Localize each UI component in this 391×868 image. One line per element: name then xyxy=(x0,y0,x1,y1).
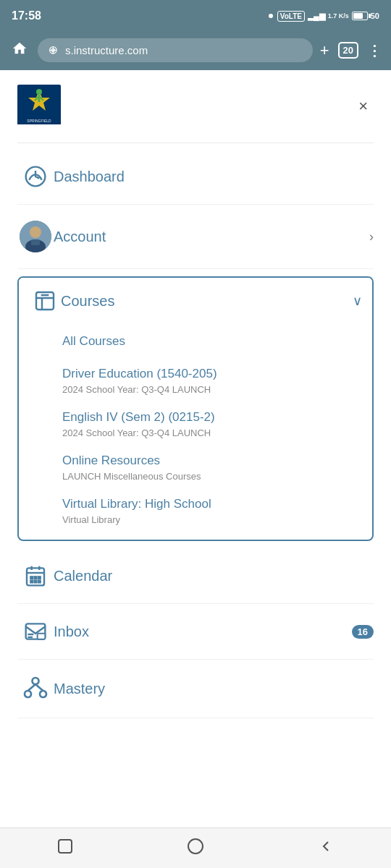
svg-point-34 xyxy=(33,678,39,684)
svg-rect-28 xyxy=(35,581,37,583)
browser-actions: + 20 ⋮ xyxy=(320,41,382,60)
signal-dot xyxy=(269,14,273,18)
course-title: Driver Education (1540-205) xyxy=(62,366,372,382)
status-bar: 17:58 VoLTE ▂▄▆ 1.7 K/s 50 xyxy=(0,0,391,32)
account-label: Account xyxy=(54,229,369,245)
courses-container: Courses ∨ All Courses Driver Education (… xyxy=(17,276,374,541)
course-subtitle: LAUNCH Miscellaneous Courses xyxy=(62,471,372,482)
battery-percent: 50 xyxy=(371,12,379,20)
school-logo: SPRINGFIELD xyxy=(17,85,68,128)
account-avatar xyxy=(17,221,54,252)
inbox-badge: 16 xyxy=(352,625,374,639)
new-tab-button[interactable]: + xyxy=(320,41,329,60)
bottom-nav xyxy=(0,827,391,868)
nav-item-courses[interactable]: Courses ∨ xyxy=(19,278,372,324)
svg-rect-29 xyxy=(38,581,41,583)
url-icon xyxy=(48,45,59,56)
svg-text:SPRINGFIELD: SPRINGFIELD xyxy=(27,119,51,123)
svg-rect-25 xyxy=(35,577,37,579)
mastery-icon xyxy=(17,676,54,702)
nav-header: SPRINGFIELD × xyxy=(17,85,374,143)
svg-rect-16 xyxy=(31,239,40,245)
course-title: Online Resources xyxy=(62,453,372,469)
nav-item-dashboard[interactable]: Dashboard xyxy=(17,149,374,205)
home-circle-button[interactable] xyxy=(172,832,219,865)
course-subtitle: Virtual Library xyxy=(62,514,372,525)
courses-icon xyxy=(29,289,61,312)
calendar-icon xyxy=(17,564,54,587)
url-text: s.instructure.com xyxy=(65,44,148,56)
mastery-label: Mastery xyxy=(54,681,374,697)
nav-item-inbox[interactable]: Inbox 16 xyxy=(17,604,374,660)
course-item[interactable]: Online Resources LAUNCH Miscellaneous Co… xyxy=(62,446,372,489)
svg-point-40 xyxy=(188,839,203,854)
svg-point-36 xyxy=(40,691,46,697)
svg-rect-26 xyxy=(38,577,41,579)
main-content: SPRINGFIELD × Dashboard xyxy=(0,70,391,718)
back-square-button[interactable] xyxy=(42,832,88,865)
url-bar[interactable]: s.instructure.com xyxy=(38,38,313,62)
dashboard-icon xyxy=(17,165,54,188)
volte-badge: VoLTE xyxy=(277,11,305,22)
course-title: English IV (Sem 2) (0215-2) xyxy=(62,409,372,425)
status-right: VoLTE ▂▄▆ 1.7 K/s 50 xyxy=(269,11,379,22)
nav-item-calendar[interactable]: Calendar xyxy=(17,548,374,604)
courses-label: Courses xyxy=(61,293,353,310)
course-subtitle: 2024 School Year: Q3-Q4 LAUNCH xyxy=(62,384,372,395)
svg-rect-27 xyxy=(30,581,33,583)
course-subtitle: 2024 School Year: Q3-Q4 LAUNCH xyxy=(62,427,372,438)
network-speed: 1.7 K/s xyxy=(328,12,349,20)
svg-point-35 xyxy=(25,691,31,697)
svg-line-37 xyxy=(28,684,36,691)
nav-item-mastery[interactable]: Mastery xyxy=(17,660,374,718)
dashboard-label: Dashboard xyxy=(54,169,374,185)
svg-point-14 xyxy=(30,226,41,238)
browser-bar: s.instructure.com + 20 ⋮ xyxy=(0,32,391,70)
home-button[interactable] xyxy=(9,38,30,63)
tabs-count-button[interactable]: 20 xyxy=(338,42,358,59)
svg-rect-24 xyxy=(30,577,33,579)
svg-line-38 xyxy=(35,684,43,691)
nav-item-account[interactable]: Account › xyxy=(17,205,374,269)
battery-icon xyxy=(352,12,368,20)
course-item[interactable]: Driver Education (1540-205) 2024 School … xyxy=(62,359,372,402)
svg-rect-31 xyxy=(38,634,46,639)
battery-fill xyxy=(353,13,363,19)
inbox-label: Inbox xyxy=(54,624,345,640)
course-title: Virtual Library: High School xyxy=(62,496,372,512)
calendar-label: Calendar xyxy=(54,568,374,584)
inbox-icon xyxy=(17,620,54,643)
browser-menu-button[interactable]: ⋮ xyxy=(367,42,382,59)
course-item[interactable]: English IV (Sem 2) (0215-2) 2024 School … xyxy=(62,402,372,446)
account-chevron: › xyxy=(369,229,374,244)
back-button[interactable] xyxy=(303,832,349,865)
close-nav-button[interactable]: × xyxy=(353,94,374,119)
status-time: 17:58 xyxy=(12,9,41,22)
all-courses-link[interactable]: All Courses xyxy=(62,327,372,359)
signal-bars: ▂▄▆ xyxy=(308,12,325,21)
courses-list: All Courses Driver Education (1540-205) … xyxy=(19,324,372,540)
svg-point-6 xyxy=(36,89,42,95)
svg-rect-39 xyxy=(59,840,72,853)
course-item[interactable]: Virtual Library: High School Virtual Lib… xyxy=(62,489,372,532)
courses-chevron: ∨ xyxy=(353,293,362,309)
